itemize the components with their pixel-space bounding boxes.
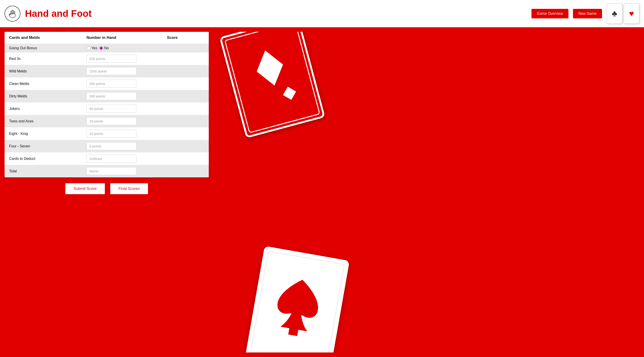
row-score-5 bbox=[162, 102, 209, 115]
table-row: Red 3s bbox=[4, 53, 209, 65]
table-row: Twos and Aces bbox=[4, 115, 209, 127]
input-field-8[interactable] bbox=[86, 142, 136, 150]
row-label-2: Wild Melds bbox=[4, 65, 82, 78]
input-field-4[interactable] bbox=[86, 92, 136, 100]
radio-option-no[interactable]: No bbox=[99, 46, 109, 50]
input-field-6[interactable] bbox=[86, 117, 136, 125]
header: Hand and Foot Game Overview New Game ♣ ♥ bbox=[0, 0, 644, 27]
row-score-2 bbox=[162, 65, 209, 78]
score-entry-panel: Cards and Melds Number in Hand Score Goi… bbox=[4, 32, 209, 352]
submit-score-button[interactable]: Submit Score bbox=[65, 183, 105, 195]
input-field-7[interactable] bbox=[86, 130, 136, 138]
header-buttons: Game Overview New Game bbox=[532, 9, 602, 19]
row-input-4 bbox=[82, 90, 162, 102]
header-card-icons: ♣ ♥ bbox=[606, 4, 640, 24]
input-field-3[interactable] bbox=[86, 80, 136, 88]
row-label-8: Four - Seven bbox=[4, 140, 82, 152]
diamonds-suit-display bbox=[242, 40, 303, 114]
row-label-10: Total bbox=[4, 165, 82, 177]
diamonds-decorative-card bbox=[220, 32, 326, 138]
table-row: Clean Melds bbox=[4, 78, 209, 90]
row-score-10 bbox=[162, 165, 209, 177]
row-score-0 bbox=[162, 44, 209, 53]
new-game-button[interactable]: New Game bbox=[573, 9, 602, 19]
table-row: Total bbox=[4, 165, 209, 177]
table-row: Going Out BonusYesNo bbox=[4, 44, 209, 53]
row-label-5: Jokers bbox=[4, 102, 82, 115]
svg-marker-1 bbox=[252, 47, 288, 89]
row-score-8 bbox=[162, 140, 209, 152]
row-label-1: Red 3s bbox=[4, 53, 82, 65]
row-score-7 bbox=[162, 127, 209, 140]
input-field-2[interactable] bbox=[86, 67, 136, 75]
page-title: Hand and Foot bbox=[25, 8, 532, 19]
going-out-radio-group: YesNo bbox=[86, 46, 158, 50]
col-header-cards-melds: Cards and Melds bbox=[4, 32, 82, 44]
score-table: Cards and Melds Number in Hand Score Goi… bbox=[4, 32, 209, 177]
row-input-8 bbox=[82, 140, 162, 152]
table-row: Jokers bbox=[4, 102, 209, 115]
table-row: Wild Melds bbox=[4, 65, 209, 78]
spades-decorative-card bbox=[245, 246, 350, 352]
row-score-6 bbox=[162, 115, 209, 127]
row-score-4 bbox=[162, 90, 209, 102]
row-input-6 bbox=[82, 115, 162, 127]
radio-option-yes[interactable]: Yes bbox=[86, 46, 97, 50]
table-row: Eight - King bbox=[4, 127, 209, 140]
table-row: Dirty Melds bbox=[4, 90, 209, 102]
row-input-5 bbox=[82, 102, 162, 115]
row-input-3 bbox=[82, 78, 162, 90]
row-input-9 bbox=[82, 152, 162, 165]
row-input-0: YesNo bbox=[82, 44, 162, 53]
row-score-9 bbox=[162, 152, 209, 165]
input-field-1[interactable] bbox=[86, 55, 136, 63]
action-buttons: Submit Score Final Scores bbox=[4, 183, 209, 195]
table-row: Cards to Deduct bbox=[4, 152, 209, 165]
input-field-10[interactable] bbox=[86, 167, 136, 175]
decorative-cards-panel bbox=[213, 32, 640, 352]
row-input-7 bbox=[82, 127, 162, 140]
row-label-9: Cards to Deduct bbox=[4, 152, 82, 165]
input-field-9[interactable] bbox=[86, 155, 136, 163]
table-row: Four - Seven bbox=[4, 140, 209, 152]
row-input-2 bbox=[82, 65, 162, 78]
col-header-number-in-hand: Number in Hand bbox=[82, 32, 162, 44]
clubs-card-icon: ♣ bbox=[606, 4, 622, 24]
row-input-1 bbox=[82, 53, 162, 65]
row-label-7: Eight - King bbox=[4, 127, 82, 140]
spades-suit-display bbox=[267, 271, 328, 348]
row-label-6: Twos and Aces bbox=[4, 115, 82, 127]
row-label-0: Going Out Bonus bbox=[4, 44, 82, 53]
game-overview-button[interactable]: Game Overview bbox=[532, 9, 568, 19]
row-label-4: Dirty Melds bbox=[4, 90, 82, 102]
row-label-3: Clean Melds bbox=[4, 78, 82, 90]
radio-no[interactable] bbox=[99, 46, 103, 50]
input-field-5[interactable] bbox=[86, 105, 136, 113]
col-header-score: Score bbox=[162, 32, 209, 44]
logo bbox=[4, 6, 20, 22]
hearts-card-icon: ♥ bbox=[624, 4, 640, 24]
svg-marker-2 bbox=[281, 85, 298, 102]
radio-yes[interactable] bbox=[86, 46, 90, 50]
row-score-3 bbox=[162, 78, 209, 90]
row-input-10 bbox=[82, 165, 162, 177]
row-score-1 bbox=[162, 53, 209, 65]
final-scores-button[interactable]: Final Scores bbox=[110, 183, 148, 195]
main-content: Cards and Melds Number in Hand Score Goi… bbox=[0, 27, 644, 357]
